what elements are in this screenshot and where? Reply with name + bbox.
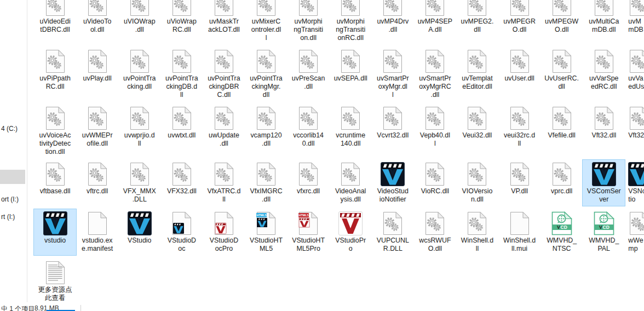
file-item[interactable]: uvVarSpe edRC.dll (583, 47, 625, 101)
file-item[interactable]: VStudioPr o (330, 209, 372, 255)
file-item[interactable]: uvMP4Drv .dll (372, 0, 414, 44)
file-item[interactable]: Vft32.dll (583, 104, 625, 158)
file-item[interactable]: vcamp120 .dll (245, 104, 287, 158)
file-name: Vfefile.dll (548, 131, 576, 140)
file-item[interactable]: V CD WMVHD_ NTSC (540, 209, 583, 255)
file-item[interactable]: uvVa edUs (625, 47, 644, 101)
videostudio-html5-pro-doc-icon: HTML5 (297, 211, 319, 235)
file-item[interactable]: Vft32 (625, 104, 644, 158)
file-item[interactable]: VUPCUNL R.DLL (372, 209, 414, 255)
file-item[interactable]: veui32rc.d ll (498, 104, 540, 158)
file-item[interactable]: uVideoTo ol.dll (76, 0, 118, 44)
file-item[interactable]: Vfefile.dll (540, 104, 583, 158)
file-item[interactable]: VStudioD ocPro (203, 209, 245, 255)
file-name: uVideoTo ol.dll (83, 18, 111, 34)
file-item[interactable]: uvTemplat eEditor.dll (456, 47, 498, 101)
file-item[interactable]: uvMPEG2. dll (456, 0, 498, 44)
file-item[interactable]: wWe mp (625, 209, 644, 255)
file-item[interactable]: uvPreScan .dll (288, 47, 330, 101)
file-name: uvPiPpath RC.dll (39, 74, 70, 91)
file-item[interactable]: vfxrc.dll (288, 160, 330, 206)
file-item[interactable]: VIOVersio n.dll (456, 160, 498, 206)
file-name: uvSmartPr oxyMgr.dl l (377, 74, 409, 99)
file-item[interactable]: Vepb40.dl l (414, 104, 456, 158)
file-item[interactable]: uvUser.dll (498, 47, 540, 101)
file-name: Vft32 (628, 131, 644, 140)
file-item[interactable]: VSComSer ver (583, 160, 625, 206)
file-name: VStudio (128, 237, 151, 245)
file-name: Vepb40.dl l (420, 131, 450, 148)
file-item[interactable]: uvM mDB (625, 0, 644, 44)
file-item[interactable]: VFX32.dll (160, 160, 203, 206)
file-item[interactable]: vstudio.ex e.manifest (76, 209, 118, 255)
file-icon: V CD (593, 210, 615, 235)
file-item[interactable]: VfxIMGRC .dll (245, 160, 287, 206)
file-name: uvPreScan .dll (292, 74, 325, 91)
file-item[interactable]: vstudio (34, 209, 76, 255)
file-item[interactable]: VStudioD oc (160, 209, 203, 255)
file-item[interactable]: vftrc.dll (76, 160, 118, 206)
file-item[interactable]: VFX_MMX .DLL (118, 160, 160, 206)
plain-file-icon (509, 211, 531, 235)
file-item[interactable]: VideoAnal ysis.dll (330, 160, 372, 206)
file-name: VIOVersio n.dll (462, 187, 493, 204)
videostudio-app-icon (381, 162, 405, 186)
file-item[interactable]: uvMaskTr ackLOT.dll (203, 0, 245, 44)
file-item[interactable]: 更多资源点 此查看 (34, 258, 76, 304)
file-item[interactable]: uvwtxt.dll (160, 104, 203, 158)
file-item[interactable]: uvMorphi ngTransiti on.dll (288, 0, 330, 44)
file-item[interactable]: uvSmartPr oxyMgrRC .dll (414, 47, 456, 101)
file-item[interactable]: uvPointTra ckingMgr. dll (245, 47, 287, 101)
file-item[interactable]: uvMP4SEP A.dll (414, 0, 456, 44)
file-item[interactable]: uVideoEdi tDBRC.dll (34, 0, 76, 44)
file-item[interactable]: uvPiPpath RC.dll (34, 47, 76, 101)
file-item[interactable]: uvMPEGW O.dll (540, 0, 583, 44)
dll-file-icon (297, 162, 319, 186)
file-name: WinShell.d ll.mui (503, 237, 536, 253)
file-item[interactable]: WinShell.d ll.mui (498, 209, 540, 255)
dll-file-icon (593, 49, 615, 73)
file-item[interactable]: uvMultiCa mDB.dll (583, 0, 625, 44)
file-item[interactable]: HTML5 VStudioHT ML5 (245, 209, 287, 255)
file-item[interactable]: uvMixerC ontroler.dl l (245, 0, 287, 44)
file-item[interactable]: uVIOWrap .dll (118, 0, 160, 44)
file-item[interactable]: HTML5 VStudioHT ML5Pro (288, 209, 330, 255)
status-bar: 中 1 个项目 8.91 MB (0, 303, 644, 311)
file-item[interactable]: vftbase.dll (34, 160, 76, 206)
file-item[interactable]: uwUpdate .dll (203, 104, 245, 158)
file-item[interactable]: uvwprjio.d ll (118, 104, 160, 158)
file-item[interactable]: uvPlay.dll (76, 47, 118, 101)
file-item[interactable]: uvSEPA.dll (330, 47, 372, 101)
file-item[interactable]: VP.dll (498, 160, 540, 206)
file-item[interactable]: uvMorphi ngTransiti onRC.dll (330, 0, 372, 44)
file-item[interactable]: VStudio (118, 209, 160, 255)
file-item[interactable]: uvWMEPr ofile.dll (76, 104, 118, 158)
file-item[interactable]: VSNo tio (625, 160, 644, 206)
file-item[interactable]: VfxATRC.d ll (203, 160, 245, 206)
file-item[interactable]: wcsRWUF O.dll (414, 209, 456, 255)
file-item[interactable]: Veui32.dll (456, 104, 498, 158)
file-name: uvMultiCa mDB.dll (589, 18, 619, 34)
file-item[interactable]: uVioWrap RC.dll (160, 0, 203, 44)
file-item[interactable]: V CD WMVHD_ PAL (583, 209, 625, 255)
file-item[interactable]: uvPointTra ckingDBR C.dll (203, 47, 245, 101)
file-item[interactable]: vprc.dll (540, 160, 583, 206)
file-item[interactable]: uvMPEGR O.dll (498, 0, 540, 44)
file-item[interactable]: uvPointTra cking.dll (118, 47, 160, 101)
file-item[interactable]: UvUserRC. dll (540, 47, 583, 101)
file-icon (466, 210, 488, 235)
file-item[interactable]: WinShell.d ll (456, 209, 498, 255)
file-item[interactable]: VioRC.dll (414, 160, 456, 206)
dll-file-icon (628, 211, 644, 235)
file-icon (213, 0, 235, 16)
file-item[interactable]: uvVoiceAc tivityDetec tion.dll (34, 104, 76, 158)
file-item[interactable]: uvSmartPr oxyMgr.dl l (372, 47, 414, 101)
file-item[interactable]: vcruntime 140.dll (330, 104, 372, 158)
dll-file-icon (87, 49, 108, 73)
file-name: Vft32.dll (591, 131, 616, 140)
file-item[interactable]: uvPointTra ckingDB.d ll (160, 47, 203, 101)
file-item[interactable]: VideoStud ioNotifier (372, 160, 414, 206)
file-name: uvwprjio.d ll (124, 131, 155, 148)
file-item[interactable]: Vcvrt32.dll (372, 104, 414, 158)
file-item[interactable]: vccorlib14 0.dll (288, 104, 330, 158)
